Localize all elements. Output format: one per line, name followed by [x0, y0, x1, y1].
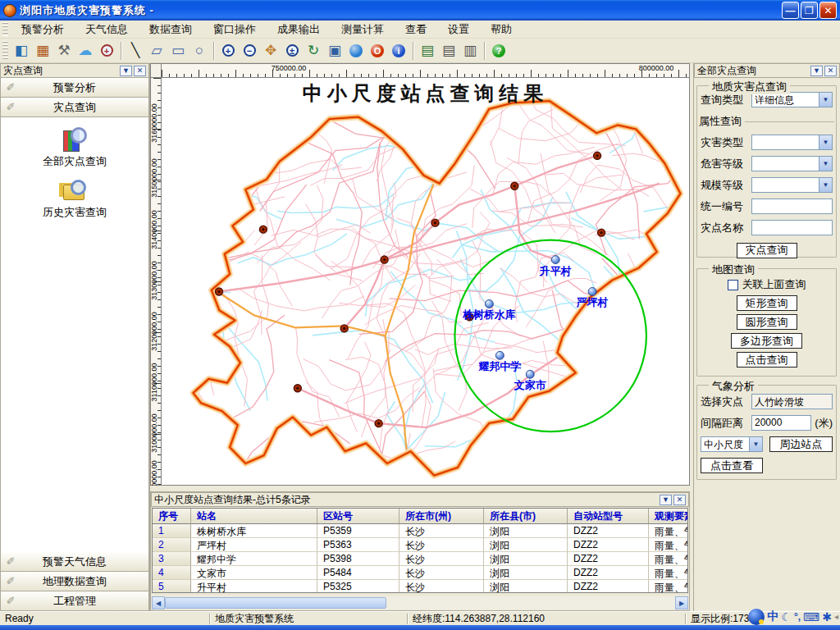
- pan-hand-icon[interactable]: ✥: [261, 41, 281, 61]
- globe-icon[interactable]: [346, 41, 366, 61]
- group-header-灾点查询[interactable]: ✐灾点查询: [0, 98, 149, 117]
- distance-input[interactable]: 20000: [751, 415, 811, 431]
- menu-item-3[interactable]: 数据查询: [139, 21, 203, 39]
- scale-select[interactable]: 中小尺度 ▼: [701, 436, 763, 452]
- click-view-button[interactable]: 点击查看: [701, 458, 763, 473]
- ime-halfwidth-icon[interactable]: ☾: [781, 610, 792, 623]
- chevron-down-icon[interactable]: ▼: [749, 437, 762, 451]
- app-window: 浏阳市地质灾害预警系统 - — ❐ ✕ 预警分析天气信息数据查询窗口操作成果输出…: [0, 0, 840, 630]
- horizontal-splitter[interactable]: [150, 486, 690, 491]
- chevron-down-icon[interactable]: ▼: [819, 157, 832, 171]
- help-icon[interactable]: ?: [489, 41, 509, 61]
- draw-line-icon[interactable]: ╲: [126, 41, 145, 61]
- map-query-button-2[interactable]: 圆形查询: [737, 314, 797, 330]
- menu-item-6[interactable]: 测量计算: [331, 21, 395, 39]
- stop-icon[interactable]: O: [368, 41, 387, 61]
- scrollbar-thumb[interactable]: [165, 597, 386, 609]
- table-row[interactable]: 3耀邦中学P5398长沙浏阳DZZ2雨量、气: [153, 552, 687, 566]
- pin-icon[interactable]: ▼: [120, 66, 132, 76]
- close-icon[interactable]: ✕: [134, 66, 146, 76]
- map-canvas[interactable]: 升平村严坪村株树桥水库耀邦中学文家市中小尺度站点查询结果: [162, 78, 690, 486]
- pin-icon[interactable]: ▼: [660, 495, 672, 505]
- 危害等级-select[interactable]: ▼: [751, 156, 833, 171]
- minimize-button[interactable]: —: [782, 2, 799, 19]
- group-header-label: 工程管理: [1, 594, 148, 609]
- table-row[interactable]: 2严坪村P5363长沙浏阳DZZ2雨量、气: [153, 538, 687, 552]
- close-icon[interactable]: ✕: [824, 66, 837, 76]
- table-row[interactable]: 4文家市P5484长沙浏阳DZZ2雨量、气: [153, 566, 687, 580]
- 统一编号-input[interactable]: [751, 199, 833, 214]
- info-icon[interactable]: i: [389, 41, 409, 61]
- locate-target-icon[interactable]: +: [97, 41, 116, 61]
- menu-item-7[interactable]: 查看: [395, 21, 437, 39]
- map-query-button-3[interactable]: 多边形查询: [731, 333, 802, 349]
- draw-rectangle-icon[interactable]: ▭: [168, 41, 188, 61]
- draw-polygon-icon[interactable]: ▱: [147, 41, 167, 61]
- ime-punctuation-icon[interactable]: °,: [794, 611, 801, 623]
- column-header-7[interactable]: 观测要素: [649, 509, 688, 524]
- menu-item-4[interactable]: 窗口操作: [203, 21, 267, 39]
- group-header-工程管理[interactable]: ✐工程管理: [0, 591, 149, 611]
- refresh-view-icon[interactable]: ↻: [304, 41, 323, 61]
- restore-button[interactable]: ❐: [801, 2, 818, 19]
- toolbar-grip[interactable]: [2, 41, 8, 60]
- menu-item-1[interactable]: 预警分析: [11, 21, 75, 39]
- map-select-icon[interactable]: ◧: [11, 41, 31, 61]
- menu-item-9[interactable]: 帮助: [480, 21, 523, 39]
- zoom-out-icon[interactable]: −: [240, 41, 259, 61]
- menu-item-5[interactable]: 成果输出: [267, 21, 331, 39]
- disaster-query-button[interactable]: 灾点查询: [737, 243, 797, 258]
- group-header-预警天气信息[interactable]: ✐预警天气信息: [0, 552, 149, 572]
- selected-point-field[interactable]: 人竹岭滑坡: [751, 394, 833, 409]
- copy-layers-icon[interactable]: ▣: [325, 41, 345, 61]
- scroll-right-icon[interactable]: ▶: [675, 596, 688, 609]
- column-header-4[interactable]: 所在市(州): [399, 509, 484, 524]
- close-icon[interactable]: ✕: [673, 495, 686, 505]
- group-header-预警分析[interactable]: ✐预警分析: [0, 78, 149, 98]
- group-header-地理数据查询[interactable]: ✐地理数据查询: [0, 572, 149, 591]
- zoom-extent-icon[interactable]: ±: [282, 41, 302, 61]
- print-icon[interactable]: ▤: [439, 41, 459, 61]
- theme-map-icon[interactable]: ▦: [33, 41, 52, 61]
- close-button[interactable]: ✕: [819, 2, 837, 19]
- column-header-5[interactable]: 所在县(市): [484, 509, 568, 524]
- scroll-left-icon[interactable]: ◀: [152, 596, 165, 609]
- left-panel-title: 灾点查询: [3, 64, 43, 78]
- table-row[interactable]: 5升平村P5325长沙浏阳DZZ2雨量、气: [153, 580, 687, 593]
- pin-icon[interactable]: ▼: [810, 66, 823, 76]
- column-header-2[interactable]: 站名: [191, 509, 317, 524]
- sidebar-item-history-disaster-query[interactable]: 历史灾害查询: [1, 178, 148, 219]
- draw-ellipse-icon[interactable]: ○: [189, 41, 209, 61]
- zoom-in-icon[interactable]: +: [218, 41, 238, 61]
- horizontal-scrollbar[interactable]: ◀ ▶: [152, 596, 688, 609]
- table-row[interactable]: 1株树桥水库P5359长沙浏阳DZZ2雨量、气: [153, 524, 687, 538]
- chevron-down-icon[interactable]: ▼: [819, 93, 832, 107]
- menu-item-2[interactable]: 天气信息: [75, 21, 139, 39]
- menu-grip[interactable]: [2, 22, 8, 36]
- link-above-checkbox[interactable]: [728, 280, 738, 290]
- 灾害类型-select[interactable]: ▼: [751, 135, 833, 150]
- chevron-down-icon[interactable]: ▼: [819, 135, 832, 149]
- menu-item-8[interactable]: 设置: [437, 21, 480, 39]
- print-preview-icon[interactable]: ▥: [460, 41, 480, 61]
- column-header-3[interactable]: 区站号: [317, 509, 399, 524]
- ime-collapse-icon[interactable]: ◂: [834, 612, 838, 621]
- ime-logo-icon[interactable]: [748, 609, 765, 625]
- analysis-tool-icon[interactable]: ⚒: [54, 41, 74, 61]
- column-header-6[interactable]: 自动站型号: [568, 509, 649, 524]
- ime-keyboard-icon[interactable]: ⌨: [803, 610, 819, 623]
- sidebar-item-all-disaster-query[interactable]: 全部灾点查询: [1, 127, 148, 168]
- chevron-down-icon[interactable]: ▼: [819, 178, 832, 192]
- column-header-1[interactable]: 序号: [153, 509, 191, 524]
- cloud-weather-icon[interactable]: ☁: [75, 41, 95, 61]
- map-query-button-1[interactable]: 矩形查询: [737, 295, 797, 311]
- 规模等级-select[interactable]: ▼: [751, 177, 833, 193]
- ruler-label: 750000.00: [272, 64, 307, 72]
- nearby-stations-button[interactable]: 周边站点: [769, 436, 833, 452]
- map-output-icon[interactable]: ▤: [418, 41, 437, 61]
- ime-chinese-mode-icon[interactable]: 中: [767, 609, 778, 624]
- map-query-button-4[interactable]: 点击查询: [737, 352, 797, 368]
- 灾点名称-input[interactable]: [751, 220, 833, 235]
- ime-settings-gear-icon[interactable]: ✱: [822, 610, 832, 623]
- cell: 长沙: [399, 566, 484, 580]
